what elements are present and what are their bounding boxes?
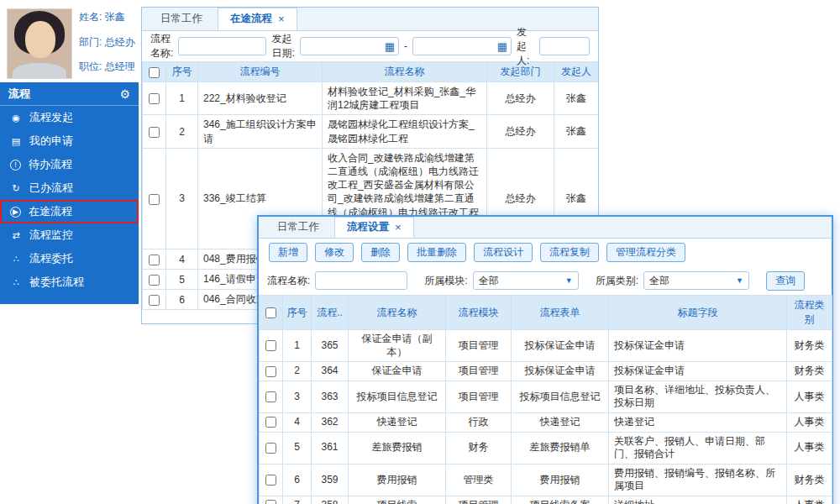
row-checkbox[interactable] bbox=[265, 391, 276, 402]
gear-icon[interactable]: ⚙ bbox=[119, 87, 130, 101]
select-all-checkbox[interactable] bbox=[149, 67, 160, 78]
category-label: 所属类别: bbox=[596, 274, 638, 288]
sidebar-item-todo-processes[interactable]: ! 待办流程 bbox=[0, 153, 139, 176]
table-row[interactable]: 1 222_材料验收登记 材料验收登记_材料采购_张鑫_华润12城房建工程项目 … bbox=[143, 82, 599, 115]
table-header-row: 序号 流程.. 流程名称 流程模块 流程表单 标题字段 流程类别 bbox=[260, 296, 832, 330]
sidebar: 姓名: 张鑫 部门: 总经办 职位: 总经理 流程 ⚙ ◉ 流程发起 ▤ 我的申… bbox=[0, 0, 139, 304]
table-row[interactable]: 1 365 保证金申请（副本） 项目管理 投标保证金申请 投标保证金申请 财务类 bbox=[260, 330, 832, 362]
sidebar-item-label: 已办流程 bbox=[29, 181, 73, 196]
table-row[interactable]: 3 363 投标项目信息登记 项目管理 投标项目信息登记 项目名称、详细地址、投… bbox=[260, 381, 832, 412]
sidebar-item-done-processes[interactable]: ↻ 已办流程 bbox=[0, 176, 139, 200]
sidebar-item-label: 我的申请 bbox=[29, 134, 73, 149]
col-header-name: 流程名称 bbox=[349, 296, 446, 330]
close-icon[interactable]: × bbox=[395, 221, 402, 234]
start-date-from-input[interactable] bbox=[301, 40, 385, 52]
module-select-value: 全部 bbox=[479, 274, 499, 288]
megaphone-icon: ◉ bbox=[10, 113, 22, 123]
tab-daily-work[interactable]: 日常工作 bbox=[265, 217, 331, 238]
start-date-to-field: ▦ bbox=[412, 37, 512, 55]
history-icon: ↻ bbox=[10, 183, 22, 194]
document-icon: ▤ bbox=[10, 136, 22, 147]
close-icon[interactable]: × bbox=[278, 13, 285, 25]
row-checkbox[interactable] bbox=[265, 443, 276, 454]
row-checkbox[interactable] bbox=[265, 366, 276, 377]
table-row[interactable]: 6 359 费用报销 管理类 费用报销 费用报销、报销编号、报销名称、所属项目 … bbox=[260, 464, 832, 496]
tab-process-settings[interactable]: 流程设置 × bbox=[334, 217, 414, 238]
row-checkbox[interactable] bbox=[149, 255, 160, 265]
batch-delete-button[interactable]: 批量删除 bbox=[407, 243, 466, 262]
process-menu: 流程 ⚙ ◉ 流程发起 ▤ 我的申请 ! 待办流程 ↻ 已办流程 ▶ 在途流程 bbox=[0, 82, 139, 304]
process-name-input[interactable] bbox=[315, 271, 407, 290]
row-checkbox[interactable] bbox=[149, 275, 160, 286]
row-checkbox[interactable] bbox=[149, 127, 160, 138]
col-header-name: 流程名称 bbox=[323, 62, 487, 82]
sidebar-item-my-applications[interactable]: ▤ 我的申请 bbox=[0, 129, 139, 153]
calendar-icon[interactable]: ▦ bbox=[385, 40, 395, 53]
org-icon: ∴ bbox=[10, 277, 22, 288]
row-checkbox[interactable] bbox=[265, 475, 276, 486]
process-name-label: 流程名称: bbox=[267, 274, 310, 288]
add-button[interactable]: 新增 bbox=[269, 243, 307, 262]
table-row[interactable]: 5 361 差旅费报销 财务 差旅费报销单 关联客户、报销人、申请日期、部门、报… bbox=[260, 432, 832, 464]
sidebar-item-process-monitor[interactable]: ⇄ 流程监控 bbox=[0, 223, 139, 247]
process-name-input[interactable] bbox=[178, 37, 266, 55]
tab-label: 日常工作 bbox=[160, 12, 202, 26]
edit-button[interactable]: 修改 bbox=[315, 243, 354, 262]
col-header-title-fields: 标题字段 bbox=[609, 296, 787, 330]
avatar bbox=[7, 8, 72, 79]
col-header-dept: 发起部门 bbox=[487, 62, 554, 82]
sidebar-item-initiate[interactable]: ◉ 流程发起 bbox=[0, 106, 139, 129]
tab-label: 流程设置 bbox=[347, 220, 389, 234]
table-row[interactable]: 7 358 项目线索 项目管理 项目线索备案 详细地址 人事类 bbox=[260, 496, 832, 504]
col-header-process-id: 流程.. bbox=[312, 296, 349, 330]
sidebar-item-in-transit-processes[interactable]: ▶ 在途流程 bbox=[0, 200, 139, 223]
sidebar-item-process-delegate[interactable]: ∴ 流程委托 bbox=[0, 247, 139, 270]
tab-bar: 日常工作 流程设置 × bbox=[259, 217, 832, 239]
sidebar-item-label: 流程发起 bbox=[29, 110, 73, 125]
process-copy-button[interactable]: 流程复制 bbox=[540, 243, 599, 262]
row-checkbox[interactable] bbox=[149, 194, 160, 205]
search-button[interactable]: 查询 bbox=[766, 271, 805, 291]
row-checkbox[interactable] bbox=[149, 93, 160, 104]
sidebar-item-label: 待办流程 bbox=[29, 157, 72, 172]
desktop: 姓名: 张鑫 部门: 总经办 职位: 总经理 流程 ⚙ ◉ 流程发起 ▤ 我的申… bbox=[0, 0, 840, 504]
select-all-checkbox[interactable] bbox=[265, 307, 276, 318]
play-icon: ▶ bbox=[10, 207, 21, 218]
row-checkbox[interactable] bbox=[265, 417, 276, 428]
manage-categories-button[interactable]: 管理流程分类 bbox=[606, 243, 685, 262]
tab-daily-work[interactable]: 日常工作 bbox=[149, 8, 214, 30]
start-date-to-input[interactable] bbox=[413, 40, 497, 52]
process-name-label: 流程名称: bbox=[150, 32, 173, 60]
sidebar-item-label: 在途流程 bbox=[29, 204, 72, 219]
module-select[interactable]: 全部 ▼ bbox=[473, 271, 579, 290]
process-design-button[interactable]: 流程设计 bbox=[474, 243, 533, 262]
window-process-settings: 日常工作 流程设置 × 新增 修改 删除 批量删除 流程设计 流程复制 管理流程… bbox=[257, 215, 833, 504]
table-row[interactable]: 2 364 保证金申请 项目管理 投标保证金申请 投标保证金申请 财务类 bbox=[260, 362, 832, 381]
filter-bar: 流程名称: 所属模块: 全部 ▼ 所属类别: 全部 ▼ 查询 bbox=[259, 266, 832, 295]
date-separator: - bbox=[404, 40, 407, 52]
table-row[interactable]: 2 346_施工组织设计方案申请 晟铭园林绿化工程组织设计方案_晟铭园林绿化工程… bbox=[143, 115, 599, 148]
start-date-label: 发起日期: bbox=[271, 32, 294, 60]
delete-button[interactable]: 删除 bbox=[361, 243, 400, 262]
row-checkbox[interactable] bbox=[265, 340, 276, 351]
calendar-icon[interactable]: ▦ bbox=[497, 40, 507, 53]
category-select[interactable]: 全部 ▼ bbox=[643, 271, 749, 290]
sidebar-item-label: 流程委托 bbox=[29, 251, 73, 266]
sidebar-item-label: 流程监控 bbox=[29, 228, 73, 243]
row-checkbox[interactable] bbox=[149, 295, 160, 306]
col-header-module: 流程模块 bbox=[446, 296, 512, 330]
toolbar: 新增 修改 删除 批量删除 流程设计 流程复制 管理流程分类 bbox=[259, 239, 832, 266]
profile-title: 职位: 总经理 bbox=[79, 60, 135, 74]
tab-label: 日常工作 bbox=[277, 220, 319, 234]
process-settings-table: 序号 流程.. 流程名称 流程模块 流程表单 标题字段 流程类别 1 365 保… bbox=[259, 295, 832, 504]
initiator-input[interactable] bbox=[539, 37, 590, 55]
sidebar-item-delegated-processes[interactable]: ∴ 被委托流程 bbox=[0, 270, 139, 294]
tab-in-transit[interactable]: 在途流程 × bbox=[218, 8, 297, 30]
menu-header: 流程 ⚙ bbox=[0, 82, 139, 106]
col-header-form: 流程表单 bbox=[512, 296, 609, 330]
table-row[interactable]: 4 362 快递登记 行政 快递登记 快递登记 人事类 bbox=[260, 412, 832, 432]
row-checkbox[interactable] bbox=[265, 500, 276, 504]
col-header-code: 流程编号 bbox=[198, 62, 323, 82]
chevron-down-icon: ▼ bbox=[736, 276, 743, 285]
org-icon: ∴ bbox=[10, 254, 22, 265]
